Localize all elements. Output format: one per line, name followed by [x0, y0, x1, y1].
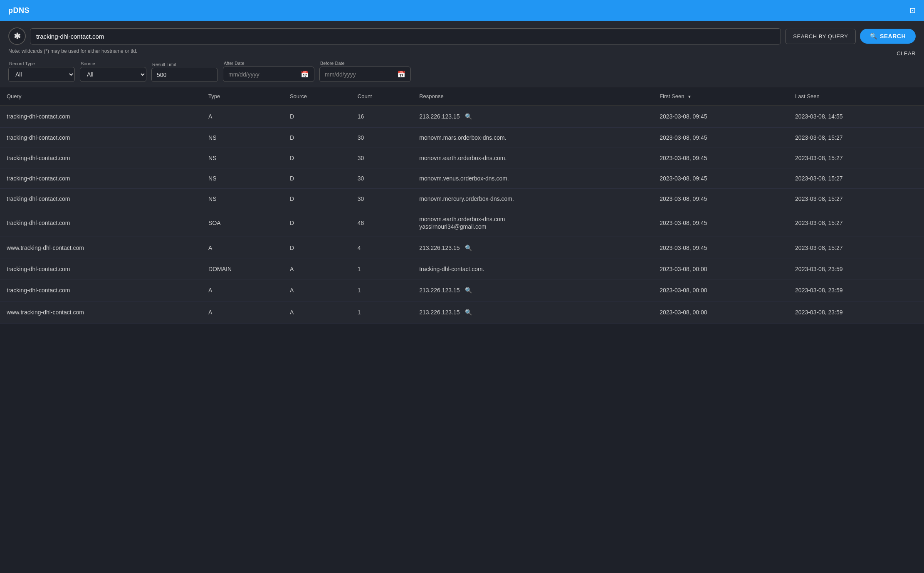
cell-count: 1 — [351, 301, 413, 324]
cell-type: NS — [202, 168, 283, 189]
app-title: pDNS — [8, 6, 30, 15]
cell-first-seen: 2023-03-08, 09:45 — [653, 106, 788, 128]
response-value: 213.226.123.15 — [419, 309, 460, 316]
cell-first-seen: 2023-03-08, 09:45 — [653, 189, 788, 209]
cell-type: SOA — [202, 209, 283, 237]
table-header: Query Type Source Count Response First S… — [0, 87, 924, 106]
response-search-button[interactable]: 🔍 — [463, 286, 474, 294]
result-limit-filter: Result Limit — [151, 62, 218, 82]
cell-last-seen: 2023-03-08, 15:27 — [788, 168, 924, 189]
cell-query: tracking-dhl-contact.com — [0, 189, 202, 209]
filters-row: Record Type All A AAAA NS MX SOA CNAME T… — [8, 61, 916, 82]
cell-type: A — [202, 237, 283, 259]
cell-last-seen: 2023-03-08, 15:27 — [788, 189, 924, 209]
search-input-wrap — [30, 28, 781, 44]
table-row: tracking-dhl-contact.comSOAD48monovm.ear… — [0, 209, 924, 237]
cell-last-seen: 2023-03-08, 23:59 — [788, 301, 924, 324]
cell-first-seen: 2023-03-08, 09:45 — [653, 148, 788, 168]
window-icon[interactable]: ⊡ — [909, 6, 916, 15]
cell-query: tracking-dhl-contact.com — [0, 106, 202, 128]
app-header: pDNS ⊡ — [0, 0, 924, 21]
cell-type: A — [202, 279, 283, 301]
cell-count: 16 — [351, 106, 413, 128]
source-select[interactable]: All A D B — [80, 67, 146, 82]
col-last-seen: Last Seen — [788, 87, 924, 106]
before-date-placeholder: mm/dd/yyyy — [325, 71, 356, 78]
response-value: monovm.mercury.orderbox-dns.com. — [419, 195, 514, 202]
response-search-button[interactable]: 🔍 — [463, 112, 474, 121]
table-row: tracking-dhl-contact.comNSD30monovm.mars… — [0, 128, 924, 148]
clear-button[interactable]: CLEAR — [897, 50, 916, 57]
col-first-seen[interactable]: First Seen ▼ — [653, 87, 788, 106]
cell-count: 30 — [351, 148, 413, 168]
sort-icon: ▼ — [687, 94, 692, 99]
after-date-input[interactable]: mm/dd/yyyy 📅 — [223, 67, 314, 82]
cell-first-seen: 2023-03-08, 09:45 — [653, 237, 788, 259]
search-by-query-button[interactable]: SEARCH BY QUERY — [785, 29, 856, 44]
cell-query: www.tracking-dhl-contact.com — [0, 301, 202, 324]
after-date-placeholder: mm/dd/yyyy — [228, 71, 259, 78]
cell-count: 4 — [351, 237, 413, 259]
after-date-calendar-icon: 📅 — [301, 70, 309, 78]
cell-response: 213.226.123.15🔍 — [413, 106, 653, 128]
search-button[interactable]: 🔍 SEARCH — [860, 29, 916, 44]
result-limit-label: Result Limit — [151, 62, 218, 67]
cell-count: 30 — [351, 128, 413, 148]
record-type-filter: Record Type All A AAAA NS MX SOA CNAME T… — [8, 61, 75, 82]
col-count: Count — [351, 87, 413, 106]
cell-last-seen: 2023-03-08, 15:27 — [788, 237, 924, 259]
cell-response: monovm.mercury.orderbox-dns.com. — [413, 189, 653, 209]
response-value: tracking-dhl-contact.com. — [419, 266, 484, 272]
record-type-select[interactable]: All A AAAA NS MX SOA CNAME TXT PTR DOMAI… — [8, 67, 75, 82]
table-row: tracking-dhl-contact.comDOMAINA1tracking… — [0, 259, 924, 279]
table-row: www.tracking-dhl-contact.comAA1213.226.1… — [0, 301, 924, 324]
cell-query: www.tracking-dhl-contact.com — [0, 237, 202, 259]
cell-last-seen: 2023-03-08, 15:27 — [788, 148, 924, 168]
cell-response: monovm.earth.orderbox-dns.com. — [413, 148, 653, 168]
before-date-filter: Before Date mm/dd/yyyy 📅 — [319, 61, 411, 82]
result-limit-input[interactable] — [151, 68, 218, 82]
table-row: tracking-dhl-contact.comAA1213.226.123.1… — [0, 279, 924, 301]
cell-first-seen: 2023-03-08, 09:45 — [653, 168, 788, 189]
cell-first-seen: 2023-03-08, 00:00 — [653, 279, 788, 301]
response-value: monovm.mars.orderbox-dns.com. — [419, 134, 506, 141]
cell-first-seen: 2023-03-08, 00:00 — [653, 259, 788, 279]
table-row: www.tracking-dhl-contact.comAD4213.226.1… — [0, 237, 924, 259]
table-header-row: Query Type Source Count Response First S… — [0, 87, 924, 106]
cell-type: A — [202, 106, 283, 128]
table-row: tracking-dhl-contact.comNSD30monovm.eart… — [0, 148, 924, 168]
cell-query: tracking-dhl-contact.com — [0, 279, 202, 301]
cell-response: 213.226.123.15🔍 — [413, 301, 653, 324]
cell-first-seen: 2023-03-08, 00:00 — [653, 301, 788, 324]
results-table-container: Query Type Source Count Response First S… — [0, 87, 924, 324]
source-filter: Source All A D B — [80, 61, 146, 82]
cell-type: NS — [202, 189, 283, 209]
response-line: monovm.earth.orderbox-dns.com — [419, 216, 646, 222]
cell-query: tracking-dhl-contact.com — [0, 259, 202, 279]
cell-response: tracking-dhl-contact.com. — [413, 259, 653, 279]
response-line: yassirnouri34@gmail.com — [419, 223, 646, 230]
note-clear-row: Note: wildcards (*) may be used for eith… — [8, 48, 916, 58]
wildcard-button[interactable]: ✱ — [8, 27, 26, 45]
table-row: tracking-dhl-contact.comNSD30monovm.merc… — [0, 189, 924, 209]
response-search-button[interactable]: 🔍 — [463, 244, 474, 252]
cell-last-seen: 2023-03-08, 23:59 — [788, 259, 924, 279]
cell-source: A — [283, 259, 351, 279]
cell-source: D — [283, 128, 351, 148]
cell-response: monovm.mars.orderbox-dns.com. — [413, 128, 653, 148]
response-search-button[interactable]: 🔍 — [463, 308, 474, 316]
response-value: monovm.venus.orderbox-dns.com. — [419, 175, 509, 182]
cell-count: 48 — [351, 209, 413, 237]
search-icon: 🔍 — [870, 33, 877, 40]
col-response: Response — [413, 87, 653, 106]
cell-source: D — [283, 209, 351, 237]
search-input[interactable] — [30, 28, 781, 44]
cell-response: 213.226.123.15🔍 — [413, 237, 653, 259]
cell-response: monovm.earth.orderbox-dns.comyassirnouri… — [413, 209, 653, 237]
cell-response: monovm.venus.orderbox-dns.com. — [413, 168, 653, 189]
wildcard-note: Note: wildcards (*) may be used for eith… — [8, 48, 137, 54]
before-date-input[interactable]: mm/dd/yyyy 📅 — [319, 67, 411, 82]
cell-last-seen: 2023-03-08, 23:59 — [788, 279, 924, 301]
cell-last-seen: 2023-03-08, 15:27 — [788, 209, 924, 237]
cell-response: 213.226.123.15🔍 — [413, 279, 653, 301]
